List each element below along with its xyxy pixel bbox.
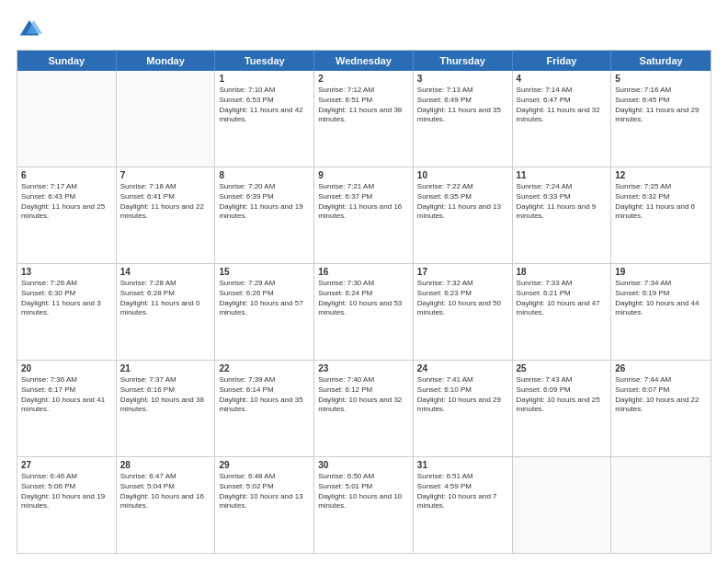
day-content: Sunrise: 7:37 AM Sunset: 6:16 PM Dayligh…: [120, 375, 211, 415]
day-number: 19: [615, 267, 707, 277]
day-content: Sunrise: 7:10 AM Sunset: 6:53 PM Dayligh…: [219, 86, 310, 125]
calendar-cell: 30Sunrise: 6:50 AM Sunset: 5:01 PM Dayli…: [314, 457, 414, 553]
header-day-saturday: Saturday: [611, 51, 711, 71]
day-number: 24: [417, 363, 508, 373]
day-number: 9: [318, 170, 409, 180]
day-number: 31: [417, 460, 508, 470]
day-number: 29: [219, 460, 310, 470]
calendar-cell: 26Sunrise: 7:44 AM Sunset: 6:07 PM Dayli…: [611, 361, 711, 456]
calendar-cell: 31Sunrise: 6:51 AM Sunset: 4:59 PM Dayli…: [414, 457, 513, 553]
calendar-cell: 16Sunrise: 7:30 AM Sunset: 6:24 PM Dayli…: [314, 264, 414, 360]
header-day-friday: Friday: [513, 51, 612, 71]
day-number: 10: [417, 170, 508, 180]
day-number: 13: [21, 267, 112, 277]
day-number: 16: [318, 267, 409, 277]
page-header: [17, 17, 711, 42]
day-content: Sunrise: 7:40 AM Sunset: 6:12 PM Dayligh…: [318, 375, 409, 415]
day-number: 15: [219, 267, 310, 277]
header-day-sunday: Sunday: [17, 51, 117, 71]
calendar-cell: 5Sunrise: 7:16 AM Sunset: 6:45 PM Daylig…: [611, 71, 711, 167]
logo-icon: [17, 17, 42, 42]
day-content: Sunrise: 6:47 AM Sunset: 5:04 PM Dayligh…: [120, 472, 211, 511]
day-content: Sunrise: 7:33 AM Sunset: 6:21 PM Dayligh…: [517, 279, 608, 318]
day-content: Sunrise: 7:14 AM Sunset: 6:47 PM Dayligh…: [517, 86, 608, 125]
calendar-cell: 25Sunrise: 7:43 AM Sunset: 6:09 PM Dayli…: [513, 361, 612, 456]
day-content: Sunrise: 7:20 AM Sunset: 6:39 PM Dayligh…: [219, 182, 310, 222]
day-content: Sunrise: 7:25 AM Sunset: 6:32 PM Dayligh…: [615, 182, 707, 222]
header-day-monday: Monday: [117, 51, 216, 71]
day-content: Sunrise: 7:32 AM Sunset: 6:23 PM Dayligh…: [417, 279, 508, 318]
day-number: 8: [219, 170, 310, 180]
calendar-week-1: 1Sunrise: 7:10 AM Sunset: 6:53 PM Daylig…: [17, 71, 711, 167]
calendar-week-5: 27Sunrise: 6:46 AM Sunset: 5:06 PM Dayli…: [17, 456, 711, 553]
day-number: 20: [21, 363, 112, 373]
day-number: 25: [517, 363, 608, 373]
calendar-week-2: 6Sunrise: 7:17 AM Sunset: 6:43 PM Daylig…: [17, 167, 711, 263]
day-content: Sunrise: 7:36 AM Sunset: 6:17 PM Dayligh…: [21, 375, 112, 415]
day-content: Sunrise: 7:29 AM Sunset: 6:26 PM Dayligh…: [219, 279, 310, 318]
day-content: Sunrise: 7:24 AM Sunset: 6:33 PM Dayligh…: [517, 182, 608, 222]
day-content: Sunrise: 6:51 AM Sunset: 4:59 PM Dayligh…: [417, 472, 508, 511]
calendar-cell: 12Sunrise: 7:25 AM Sunset: 6:32 PM Dayli…: [611, 167, 711, 263]
calendar-cell: 23Sunrise: 7:40 AM Sunset: 6:12 PM Dayli…: [314, 361, 414, 456]
day-number: 30: [318, 460, 409, 470]
calendar-cell: 22Sunrise: 7:39 AM Sunset: 6:14 PM Dayli…: [215, 361, 314, 456]
day-number: 1: [219, 74, 310, 84]
day-content: Sunrise: 6:48 AM Sunset: 5:02 PM Dayligh…: [219, 472, 310, 511]
calendar-cell: 2Sunrise: 7:12 AM Sunset: 6:51 PM Daylig…: [314, 71, 414, 167]
day-content: Sunrise: 7:17 AM Sunset: 6:43 PM Dayligh…: [21, 182, 112, 222]
day-content: Sunrise: 7:18 AM Sunset: 6:41 PM Dayligh…: [120, 182, 211, 222]
calendar-body: 1Sunrise: 7:10 AM Sunset: 6:53 PM Daylig…: [17, 71, 711, 553]
day-number: 7: [120, 170, 211, 180]
calendar-cell: 3Sunrise: 7:13 AM Sunset: 6:49 PM Daylig…: [414, 71, 513, 167]
day-number: 6: [21, 170, 112, 180]
day-number: 18: [517, 267, 608, 277]
day-number: 28: [120, 460, 211, 470]
day-content: Sunrise: 7:22 AM Sunset: 6:35 PM Dayligh…: [417, 182, 508, 222]
calendar-cell: 29Sunrise: 6:48 AM Sunset: 5:02 PM Dayli…: [215, 457, 314, 553]
calendar-cell: 21Sunrise: 7:37 AM Sunset: 6:16 PM Dayli…: [117, 361, 216, 456]
calendar-cell: 27Sunrise: 6:46 AM Sunset: 5:06 PM Dayli…: [17, 457, 117, 553]
day-number: 5: [615, 74, 707, 84]
calendar-cell: 9Sunrise: 7:21 AM Sunset: 6:37 PM Daylig…: [314, 167, 414, 263]
calendar-cell: 7Sunrise: 7:18 AM Sunset: 6:41 PM Daylig…: [117, 167, 216, 263]
calendar-cell: 19Sunrise: 7:34 AM Sunset: 6:19 PM Dayli…: [611, 264, 711, 360]
calendar-week-3: 13Sunrise: 7:26 AM Sunset: 6:30 PM Dayli…: [17, 263, 711, 360]
day-number: 17: [417, 267, 508, 277]
day-content: Sunrise: 6:50 AM Sunset: 5:01 PM Dayligh…: [318, 472, 409, 511]
day-content: Sunrise: 7:34 AM Sunset: 6:19 PM Dayligh…: [615, 279, 707, 318]
day-number: 26: [615, 363, 707, 373]
day-content: Sunrise: 7:39 AM Sunset: 6:14 PM Dayligh…: [219, 375, 310, 415]
day-content: Sunrise: 7:30 AM Sunset: 6:24 PM Dayligh…: [318, 279, 409, 318]
header-day-wednesday: Wednesday: [314, 51, 414, 71]
day-number: 22: [219, 363, 310, 373]
calendar-cell: 20Sunrise: 7:36 AM Sunset: 6:17 PM Dayli…: [17, 361, 117, 456]
calendar-cell: 28Sunrise: 6:47 AM Sunset: 5:04 PM Dayli…: [117, 457, 216, 553]
calendar-cell: 18Sunrise: 7:33 AM Sunset: 6:21 PM Dayli…: [513, 264, 612, 360]
calendar-cell: 24Sunrise: 7:41 AM Sunset: 6:10 PM Dayli…: [414, 361, 513, 456]
calendar-header: SundayMondayTuesdayWednesdayThursdayFrid…: [17, 51, 711, 71]
calendar-cell: [17, 71, 117, 167]
day-content: Sunrise: 7:41 AM Sunset: 6:10 PM Dayligh…: [417, 375, 508, 415]
calendar-cell: 14Sunrise: 7:28 AM Sunset: 6:28 PM Dayli…: [117, 264, 216, 360]
day-number: 3: [417, 74, 508, 84]
calendar-cell: 1Sunrise: 7:10 AM Sunset: 6:53 PM Daylig…: [215, 71, 314, 167]
day-content: Sunrise: 7:28 AM Sunset: 6:28 PM Dayligh…: [120, 279, 211, 318]
day-number: 23: [318, 363, 409, 373]
calendar-cell: 17Sunrise: 7:32 AM Sunset: 6:23 PM Dayli…: [414, 264, 513, 360]
day-content: Sunrise: 7:16 AM Sunset: 6:45 PM Dayligh…: [615, 86, 707, 125]
calendar-cell: 13Sunrise: 7:26 AM Sunset: 6:30 PM Dayli…: [17, 264, 117, 360]
header-day-tuesday: Tuesday: [215, 51, 314, 71]
day-number: 27: [21, 460, 112, 470]
calendar-cell: 6Sunrise: 7:17 AM Sunset: 6:43 PM Daylig…: [17, 167, 117, 263]
day-content: Sunrise: 7:12 AM Sunset: 6:51 PM Dayligh…: [318, 86, 409, 125]
day-content: Sunrise: 7:13 AM Sunset: 6:49 PM Dayligh…: [417, 86, 508, 125]
day-content: Sunrise: 7:44 AM Sunset: 6:07 PM Dayligh…: [615, 375, 707, 415]
day-number: 4: [517, 74, 608, 84]
day-content: Sunrise: 7:21 AM Sunset: 6:37 PM Dayligh…: [318, 182, 409, 222]
calendar-cell: [513, 457, 612, 553]
day-number: 21: [120, 363, 211, 373]
calendar-week-4: 20Sunrise: 7:36 AM Sunset: 6:17 PM Dayli…: [17, 360, 711, 456]
day-number: 12: [615, 170, 707, 180]
calendar-cell: 11Sunrise: 7:24 AM Sunset: 6:33 PM Dayli…: [513, 167, 612, 263]
